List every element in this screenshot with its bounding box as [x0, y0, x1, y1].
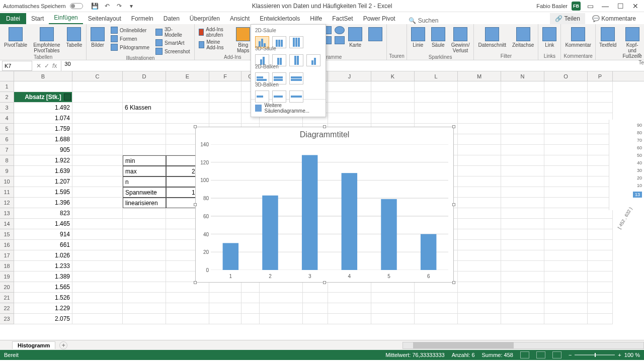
cell[interactable]: [544, 293, 588, 303]
cell[interactable]: 1.465: [14, 219, 72, 229]
row-header[interactable]: 23: [0, 314, 14, 324]
cell[interactable]: [415, 303, 458, 314]
cell[interactable]: [588, 103, 613, 113]
cell[interactable]: [209, 103, 242, 113]
cell[interactable]: [458, 113, 501, 124]
tab-ueberpruefen[interactable]: Überprüfen: [185, 13, 225, 24]
chart-bar[interactable]: [381, 199, 396, 270]
cell[interactable]: [415, 103, 458, 113]
cell[interactable]: [544, 92, 588, 103]
name-box[interactable]: [2, 61, 32, 71]
cell[interactable]: [544, 103, 588, 113]
3d-stacked-bar-option[interactable]: [272, 90, 286, 103]
cell[interactable]: [588, 219, 613, 229]
bing-maps-button[interactable]: Bing Maps: [235, 26, 251, 54]
cell[interactable]: [458, 282, 501, 293]
cell[interactable]: [123, 92, 166, 103]
tab-einfuegen[interactable]: Einfügen: [49, 12, 83, 24]
plot-area[interactable]: 020406080100120140 123456: [211, 144, 448, 270]
cell[interactable]: 6 Klassen: [123, 103, 166, 113]
cell[interactable]: [123, 250, 166, 261]
cell[interactable]: 1.492: [14, 103, 72, 113]
cell[interactable]: 823: [14, 208, 72, 219]
user-avatar[interactable]: FB: [572, 2, 581, 11]
row-header[interactable]: 21: [0, 293, 14, 303]
cell[interactable]: [501, 282, 544, 293]
qat-customize-icon[interactable]: ▾: [127, 2, 135, 10]
cell[interactable]: [501, 176, 544, 187]
cell[interactable]: [458, 240, 501, 250]
cell[interactable]: [544, 282, 588, 293]
cell[interactable]: [458, 208, 501, 219]
cell[interactable]: [458, 187, 501, 198]
cell[interactable]: [72, 198, 123, 208]
cell[interactable]: 1.688: [14, 134, 72, 145]
cell[interactable]: [209, 92, 242, 103]
cell[interactable]: [303, 314, 328, 324]
cell[interactable]: [166, 293, 209, 303]
cell[interactable]: [72, 314, 123, 324]
resize-handle[interactable]: [323, 125, 326, 128]
cell[interactable]: [72, 134, 123, 145]
cell[interactable]: [72, 92, 123, 103]
my-addins-button[interactable]: Meine Add-Ins: [197, 39, 234, 51]
resize-handle[interactable]: [452, 125, 455, 128]
col-P[interactable]: P: [588, 71, 613, 81]
formula-bar[interactable]: 30: [61, 61, 644, 71]
cell[interactable]: [588, 303, 613, 314]
col-C[interactable]: C: [72, 71, 123, 81]
cell[interactable]: [123, 113, 166, 124]
col-E[interactable]: E: [166, 71, 209, 81]
cell[interactable]: [458, 314, 501, 324]
cell[interactable]: [458, 272, 501, 282]
col-M[interactable]: M: [458, 71, 501, 81]
page-break-view-button[interactable]: [552, 351, 561, 358]
cell[interactable]: [501, 187, 544, 198]
get-addins-button[interactable]: Add-Ins abrufen: [197, 26, 234, 38]
cell[interactable]: [166, 103, 209, 113]
cell[interactable]: [588, 293, 613, 303]
cell[interactable]: [260, 314, 303, 324]
cell[interactable]: [72, 187, 123, 198]
cell[interactable]: 905: [14, 145, 72, 155]
undo-icon[interactable]: ↶: [103, 2, 111, 10]
cell[interactable]: 1.396: [14, 198, 72, 208]
cell[interactable]: [72, 81, 123, 92]
cell[interactable]: [72, 229, 123, 240]
screenshot-button[interactable]: Screenshot: [153, 47, 192, 55]
cell[interactable]: [544, 208, 588, 219]
cell[interactable]: [458, 134, 501, 145]
cell[interactable]: [303, 303, 328, 314]
cell[interactable]: 1.207: [14, 176, 72, 187]
zoom-in-button[interactable]: +: [618, 352, 621, 358]
ribbon-options-icon[interactable]: ▭: [585, 1, 596, 12]
cell[interactable]: [166, 113, 209, 124]
cell[interactable]: [123, 293, 166, 303]
cell[interactable]: [588, 229, 613, 240]
cell[interactable]: Absatz [Stk.]: [14, 92, 72, 103]
cell[interactable]: 1.074: [14, 113, 72, 124]
cell[interactable]: [123, 124, 166, 134]
cell[interactable]: n: [123, 176, 166, 187]
cell[interactable]: [458, 261, 501, 272]
cell[interactable]: [544, 229, 588, 240]
cell[interactable]: [458, 81, 501, 92]
row-header[interactable]: 7: [0, 145, 14, 155]
tab-start[interactable]: Start: [26, 13, 49, 24]
cell[interactable]: [209, 81, 242, 92]
cell[interactable]: 1.526: [14, 293, 72, 303]
cell[interactable]: [166, 81, 209, 92]
cell[interactable]: 2.075: [14, 314, 72, 324]
cell[interactable]: 1.389: [14, 272, 72, 282]
cell[interactable]: [501, 92, 544, 103]
cell[interactable]: [72, 293, 123, 303]
cell[interactable]: [123, 261, 166, 272]
pivottable-button[interactable]: PivotTable: [2, 26, 29, 49]
cell[interactable]: 1.565: [14, 282, 72, 293]
cell[interactable]: 1.759: [14, 124, 72, 134]
cell[interactable]: [209, 303, 242, 314]
cell[interactable]: [72, 272, 123, 282]
cell[interactable]: [588, 261, 613, 272]
cell[interactable]: [260, 303, 303, 314]
cell[interactable]: [123, 240, 166, 250]
